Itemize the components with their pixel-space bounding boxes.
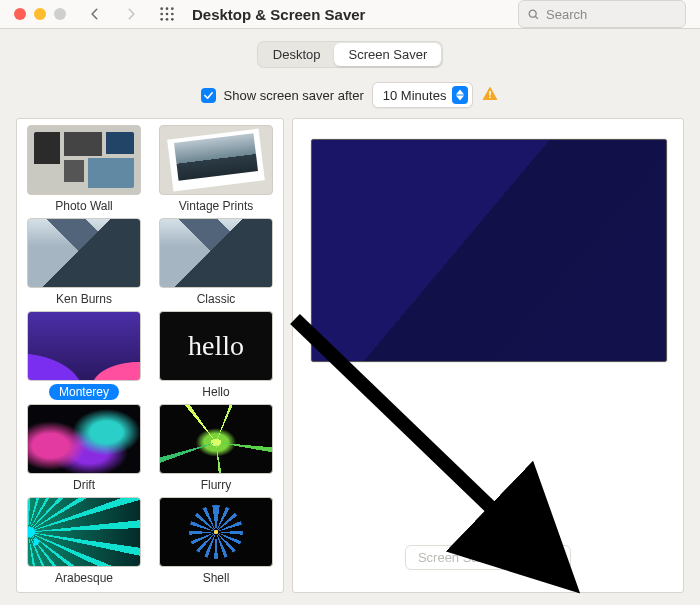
thumbnail-monterey [27,311,141,381]
svg-rect-13 [490,91,492,96]
screensaver-label: Classic [187,291,246,307]
screensaver-label: Vintage Prints [169,198,264,214]
preview-pane: Screen Saver Options… [292,118,684,593]
show-all-prefs-button[interactable] [154,1,180,27]
thumbnail-photo-wall [27,125,141,195]
screensaver-item-arabesque[interactable]: Arabesque [19,497,149,586]
screensaver-item-flurry[interactable]: Flurry [151,404,281,493]
tab-screen-saver[interactable]: Screen Saver [334,43,441,66]
thumbnail-drift [27,404,141,474]
pane-body: Desktop Screen Saver Show screen saver a… [0,29,700,605]
warning-icon [481,85,499,106]
svg-point-3 [160,13,163,16]
screensaver-item-hello[interactable]: hello Hello [151,311,281,400]
screensaver-label: Monterey [49,384,119,400]
svg-point-4 [166,13,169,16]
bottom-row: Use random screen saver Show with clock … [16,593,684,605]
screensaver-item-vintage-prints[interactable]: Vintage Prints [151,125,281,214]
back-button[interactable] [82,1,108,27]
svg-point-5 [171,13,174,16]
search-placeholder: Search [546,7,587,22]
zoom-window-button[interactable] [54,8,66,20]
screensaver-item-classic[interactable]: Classic [151,218,281,307]
screensaver-item-photo-wall[interactable]: Photo Wall [19,125,149,214]
svg-line-10 [535,16,538,19]
svg-rect-14 [490,96,492,98]
svg-point-6 [160,18,163,21]
show-after-select[interactable]: 10 Minutes [372,82,474,108]
tab-desktop[interactable]: Desktop [259,43,335,66]
window-controls [14,8,66,20]
screensaver-preview[interactable] [311,139,667,362]
screensaver-item-monterey[interactable]: Monterey [19,311,149,400]
screensaver-label: Drift [63,477,105,493]
thumbnail-ken-burns [27,218,141,288]
show-after-checkbox[interactable] [201,88,216,103]
svg-marker-11 [456,90,464,95]
svg-point-9 [529,10,536,17]
thumbnail-classic [159,218,273,288]
show-after-label: Show screen saver after [224,88,364,103]
screensaver-item-ken-burns[interactable]: Ken Burns [19,218,149,307]
thumbnail-shell [159,497,273,567]
svg-point-7 [166,18,169,21]
screensaver-item-shell[interactable]: Shell [151,497,281,586]
svg-marker-12 [456,96,464,101]
screensaver-grid[interactable]: Photo Wall Vintage Prints Ken Burns Clas… [16,118,284,593]
screensaver-label: Photo Wall [45,198,123,214]
select-stepper-icon [452,86,468,104]
screensaver-label: Flurry [191,477,242,493]
thumbnail-arabesque [27,497,141,567]
thumbnail-flurry [159,404,273,474]
thumbnail-hello: hello [159,311,273,381]
screen-saver-options-button[interactable]: Screen Saver Options… [405,545,571,570]
svg-point-2 [171,7,174,10]
svg-point-0 [160,7,163,10]
preferences-window: Desktop & Screen Saver Search Desktop Sc… [0,0,700,605]
search-field[interactable]: Search [518,0,686,28]
window-title: Desktop & Screen Saver [192,6,365,23]
window-toolbar: Desktop & Screen Saver Search [0,0,700,29]
screensaver-label: Hello [192,384,239,400]
svg-point-8 [171,18,174,21]
screensaver-item-drift[interactable]: Drift [19,404,149,493]
close-window-button[interactable] [14,8,26,20]
thumbnail-vintage-prints [159,125,273,195]
minimize-window-button[interactable] [34,8,46,20]
svg-point-1 [166,7,169,10]
show-after-value: 10 Minutes [383,88,447,103]
screensaver-label: Shell [193,570,240,586]
show-after-row: Show screen saver after 10 Minutes [16,82,684,108]
forward-button[interactable] [118,1,144,27]
desktop-screensaver-tabs: Desktop Screen Saver [257,41,443,68]
screensaver-label: Arabesque [45,570,123,586]
screensaver-label: Ken Burns [46,291,122,307]
